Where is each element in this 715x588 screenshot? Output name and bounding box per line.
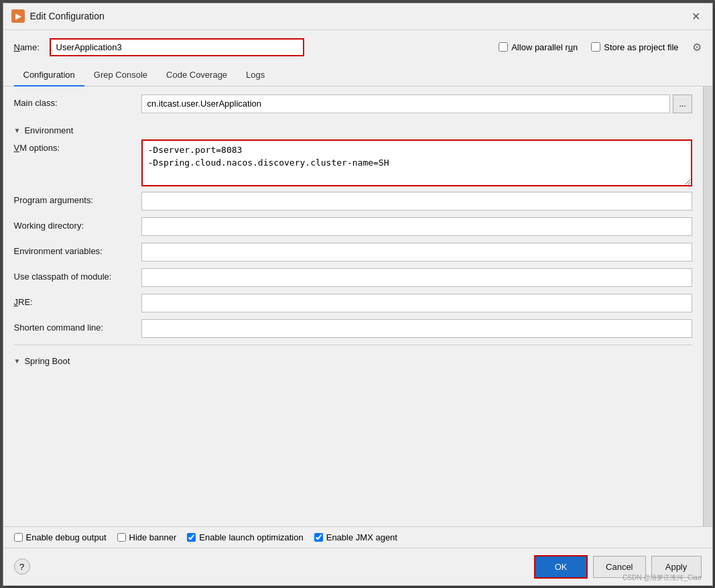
main-class-label: Main class:	[14, 95, 141, 108]
enable-jmx-checkbox[interactable]	[314, 533, 323, 542]
enable-launch-checkbox[interactable]	[187, 533, 196, 542]
vm-options-row: VM options:	[14, 139, 692, 186]
working-dir-input[interactable]	[141, 217, 692, 236]
jre-label: JRE:	[14, 294, 141, 307]
watermark: CSDN @清梦庄淮河_Ciao	[623, 573, 701, 583]
tab-grep-console[interactable]: Grep Console	[84, 64, 157, 86]
store-project-label: Store as project file	[604, 42, 678, 52]
tab-code-coverage[interactable]: Code Coverage	[157, 64, 237, 86]
program-args-row: Program arguments:	[14, 192, 692, 212]
name-input[interactable]	[50, 38, 304, 56]
shorten-cmd-input[interactable]	[141, 319, 692, 338]
classpath-label: Use classpath of module:	[14, 268, 141, 282]
hide-banner-item: Hide banner	[117, 532, 177, 542]
hide-banner-label: Hide banner	[129, 532, 177, 542]
main-class-input[interactable]	[141, 95, 671, 113]
spring-boot-toggle[interactable]: ▼	[14, 357, 21, 365]
name-label: Name:	[14, 42, 44, 52]
parallel-run-checkbox-item: Allow parallel run	[499, 42, 578, 52]
main-class-browse-button[interactable]: ...	[673, 95, 692, 113]
enable-debug-checkbox[interactable]	[14, 533, 23, 542]
enable-debug-label: Enable debug output	[26, 532, 107, 542]
classpath-row: Use classpath of module:	[14, 268, 692, 288]
store-project-checkbox[interactable]	[591, 42, 600, 52]
shorten-cmd-row: Shorten command line:	[14, 319, 692, 339]
working-dir-control	[141, 217, 692, 236]
name-row: Name: Allow parallel run Store as projec…	[3, 30, 712, 64]
bottom-checkboxes-bar: Enable debug output Hide banner Enable l…	[3, 526, 712, 548]
classpath-input[interactable]	[141, 268, 692, 287]
shorten-cmd-control	[141, 319, 692, 338]
jre-control	[141, 294, 692, 312]
program-args-input[interactable]	[141, 192, 692, 211]
environment-label: Environment	[24, 125, 73, 135]
enable-launch-item: Enable launch optimization	[187, 532, 303, 542]
main-class-row: Main class: ...	[14, 95, 692, 115]
tabs-bar: Configuration Grep Console Code Coverage…	[3, 64, 712, 86]
environment-toggle[interactable]: ▼	[14, 127, 21, 134]
enable-launch-label: Enable launch optimization	[199, 532, 303, 542]
title-bar-left: ▶ Edit Configuration	[11, 9, 105, 23]
ok-button[interactable]: OK	[534, 555, 588, 579]
jre-row: JRE:	[14, 294, 692, 314]
scroll-track[interactable]	[703, 86, 712, 526]
parallel-run-label: Allow parallel run	[511, 42, 578, 52]
help-button[interactable]: ?	[14, 558, 30, 575]
content-wrapper: Main class: ... ▼ Environment VM options…	[3, 86, 712, 526]
main-content: Main class: ... ▼ Environment VM options…	[3, 86, 712, 585]
tab-logs[interactable]: Logs	[237, 64, 274, 86]
dialog-title: Edit Configuration	[30, 11, 105, 21]
vm-options-control	[141, 139, 692, 186]
spring-boot-section: ▼ Spring Boot	[14, 345, 692, 370]
vm-options-input[interactable]	[141, 139, 692, 186]
close-button[interactable]: ✕	[688, 9, 704, 24]
shorten-cmd-label: Shorten command line:	[14, 319, 141, 333]
environment-section-header: ▼ Environment	[14, 120, 692, 139]
program-args-label: Program arguments:	[14, 192, 141, 205]
parallel-run-checkbox[interactable]	[499, 42, 508, 52]
classpath-control	[141, 268, 692, 287]
hide-banner-checkbox[interactable]	[117, 533, 126, 542]
app-icon: ▶	[11, 9, 25, 23]
enable-jmx-item: Enable JMX agent	[314, 532, 397, 542]
title-bar: ▶ Edit Configuration ✕	[3, 3, 712, 30]
env-vars-row: Environment variables:	[14, 243, 692, 263]
enable-debug-item: Enable debug output	[14, 532, 107, 542]
vm-options-label: VM options:	[14, 139, 141, 153]
tab-configuration[interactable]: Configuration	[14, 64, 84, 86]
env-vars-input[interactable]	[141, 243, 692, 261]
enable-jmx-label: Enable JMX agent	[326, 532, 397, 542]
main-class-control: ...	[141, 95, 692, 113]
scroll-content: Main class: ... ▼ Environment VM options…	[3, 86, 703, 526]
spring-boot-header: ▼ Spring Boot	[14, 351, 692, 370]
action-buttons-group: OK Cancel Apply CSDN @清梦庄淮河_Ciao	[30, 555, 702, 579]
env-vars-control	[141, 243, 692, 261]
edit-configuration-dialog: ▶ Edit Configuration ✕ Name: Allow paral…	[3, 3, 713, 586]
program-args-control	[141, 192, 692, 211]
spring-boot-label: Spring Boot	[24, 356, 70, 366]
store-project-checkbox-item: Store as project file	[591, 42, 678, 52]
checkboxes-row: Allow parallel run Store as project file…	[499, 41, 701, 54]
working-dir-label: Working directory:	[14, 217, 141, 231]
working-dir-row: Working directory:	[14, 217, 692, 237]
bottom-bar: ? OK Cancel Apply CSDN @清梦庄淮河_Ciao	[3, 548, 712, 585]
jre-input[interactable]	[141, 294, 692, 312]
gear-icon[interactable]: ⚙	[692, 41, 702, 54]
env-vars-label: Environment variables:	[14, 243, 141, 256]
